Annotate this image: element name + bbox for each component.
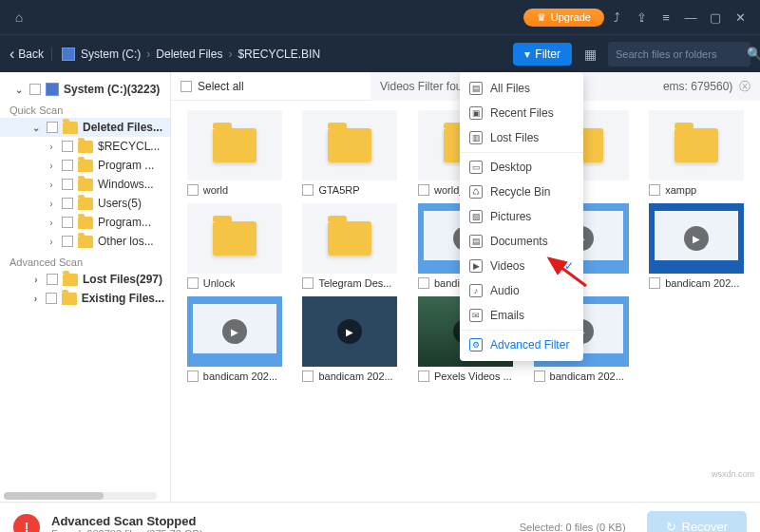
item-label: Pexels Videos ...: [434, 370, 512, 382]
toolbar: Back System (C:)› Deleted Files› $RECYCL…: [0, 34, 760, 72]
infobar-close-icon[interactable]: ⓧ: [739, 80, 750, 93]
tree-child-3[interactable]: ›Users(5): [0, 194, 170, 213]
tree-child-1[interactable]: ›Program ...: [0, 156, 170, 175]
filter-option-all-files[interactable]: ▤All Files: [460, 76, 583, 101]
filter-option-pictures[interactable]: ▧Pictures: [460, 204, 583, 229]
sliders-icon: ⚙: [469, 338, 483, 352]
maximize-icon[interactable]: ▢: [703, 10, 728, 25]
video-thumbnail: [302, 296, 397, 367]
tree-child-0[interactable]: ›$RECYCL...: [0, 137, 170, 156]
item-label: bandicam 202...: [318, 370, 392, 382]
item-checkbox[interactable]: [534, 370, 545, 382]
item-checkbox[interactable]: [302, 184, 314, 196]
filter-option-lost-files[interactable]: ▥Lost Files: [460, 125, 583, 150]
filter-item-icon: ▤: [469, 82, 483, 95]
sidebar: ⌄System (C:)(3223) Quick Scan ⌄Deleted F…: [0, 72, 171, 502]
item-label: Unlock: [203, 277, 236, 289]
filter-option-recent-files[interactable]: ▣Recent Files: [460, 101, 583, 125]
minimize-icon[interactable]: —: [678, 10, 703, 25]
folder-icon: [187, 203, 282, 274]
grid-item[interactable]: bandicam 202...: [179, 296, 291, 382]
grid-item[interactable]: GTA5RP: [294, 110, 407, 196]
filter-option-recycle-bin[interactable]: ♺Recycle Bin: [460, 180, 583, 204]
section-quick-scan: Quick Scan: [0, 99, 170, 118]
filter-item-icon: ▥: [469, 131, 483, 144]
item-checkbox[interactable]: [418, 184, 429, 196]
status-bar: ! Advanced Scan Stopped Found: 682783 fi…: [0, 502, 760, 532]
video-thumbnail: [649, 203, 744, 274]
content-area: Select all Videos Filter foun ems: 67956…: [171, 72, 760, 502]
item-checkbox[interactable]: [649, 184, 660, 196]
tree-existing-files[interactable]: ›Existing Files...: [0, 289, 170, 308]
filter-button[interactable]: ▾Filter: [513, 43, 572, 66]
filter-dropdown: ▤All Files▣Recent Files▥Lost Files▭Deskt…: [460, 72, 583, 361]
share-icon[interactable]: ⤴: [604, 10, 629, 25]
sidebar-scrollbar[interactable]: [4, 492, 157, 500]
breadcrumb[interactable]: System (C:)› Deleted Files› $RECYCLE.BIN: [51, 48, 320, 61]
item-checkbox[interactable]: [302, 370, 314, 382]
export-icon[interactable]: ⇪: [629, 10, 654, 25]
filter-item-icon: ✉: [469, 309, 483, 322]
grid-item[interactable]: Unlock: [179, 203, 291, 289]
tree-child-2[interactable]: ›Windows...: [0, 175, 170, 194]
filter-item-icon: ▭: [469, 161, 483, 174]
titlebar: ⌂ ♛Upgrade ⤴ ⇪ ≡ — ▢ ✕: [0, 0, 760, 34]
section-advanced-scan: Advanced Scan: [0, 251, 170, 270]
grid-item[interactable]: Telegram Des...: [294, 203, 407, 289]
upgrade-label: Upgrade: [551, 11, 591, 23]
search-input[interactable]: 🔍: [608, 42, 750, 66]
item-checkbox[interactable]: [187, 184, 199, 196]
item-checkbox[interactable]: [302, 277, 314, 289]
item-checkbox[interactable]: [187, 277, 199, 289]
folder-icon: [302, 203, 397, 274]
item-checkbox[interactable]: [418, 370, 429, 382]
filter-item-icon: ▧: [469, 210, 483, 223]
status-subtitle: Found: 682783 files (375.73 GB): [51, 528, 203, 532]
selection-info: Selected: 0 files (0 KB): [520, 522, 626, 533]
filter-option-desktop[interactable]: ▭Desktop: [460, 155, 583, 180]
filter-icon: ▾: [524, 48, 530, 61]
menu-icon[interactable]: ≡: [654, 10, 678, 25]
video-thumbnail: [187, 296, 282, 367]
check-icon: ✓: [564, 259, 574, 273]
item-label: xampp: [665, 184, 696, 196]
item-checkbox[interactable]: [649, 277, 660, 289]
drive-icon: [62, 48, 75, 61]
tree-child-4[interactable]: ›Program...: [0, 213, 170, 232]
item-checkbox[interactable]: [187, 370, 199, 382]
item-label: world: [203, 184, 228, 196]
filter-option-videos[interactable]: ▶Videos✓: [460, 254, 583, 278]
tree-root[interactable]: ⌄System (C:)(3223): [0, 80, 170, 99]
item-label: bandicam 202...: [665, 277, 739, 289]
search-icon: 🔍: [747, 47, 760, 61]
item-label: bandicam 202...: [550, 370, 624, 382]
filter-option-audio[interactable]: ♪Audio: [460, 278, 583, 303]
filter-option-emails[interactable]: ✉Emails: [460, 303, 583, 328]
upgrade-button[interactable]: ♛Upgrade: [523, 9, 604, 27]
filter-option-documents[interactable]: ▤Documents: [460, 229, 583, 254]
grid-item[interactable]: world: [179, 110, 291, 196]
grid-item[interactable]: xampp: [640, 110, 752, 196]
close-icon[interactable]: ✕: [728, 10, 752, 25]
recover-button[interactable]: ↻Recover: [647, 511, 747, 532]
grid-item[interactable]: bandicam 202...: [294, 296, 407, 382]
status-title: Advanced Scan Stopped: [51, 514, 203, 528]
folder-icon: [302, 110, 397, 180]
grid-item[interactable]: bandicam 202...: [640, 203, 752, 289]
item-label: Telegram Des...: [318, 277, 391, 289]
tree-child-5[interactable]: ›Other los...: [0, 232, 170, 251]
advanced-filter-link[interactable]: ⚙Advanced Filter: [460, 332, 583, 357]
home-icon[interactable]: ⌂: [8, 10, 30, 25]
filter-item-icon: ▤: [469, 235, 483, 248]
item-checkbox[interactable]: [418, 277, 429, 289]
warning-icon: !: [13, 514, 40, 533]
filter-item-icon: ♪: [469, 284, 483, 297]
view-grid-icon[interactable]: ▦: [580, 47, 600, 62]
item-label: bandicam 202...: [203, 370, 277, 382]
filter-item-icon: ♺: [469, 185, 483, 199]
filter-item-icon: ▣: [469, 106, 483, 120]
filter-item-icon: ▶: [469, 259, 483, 273]
back-button[interactable]: Back: [10, 46, 44, 63]
tree-lost-files[interactable]: ›Lost Files(297): [0, 270, 170, 289]
tree-deleted-files[interactable]: ⌄Deleted Files...: [0, 118, 170, 137]
